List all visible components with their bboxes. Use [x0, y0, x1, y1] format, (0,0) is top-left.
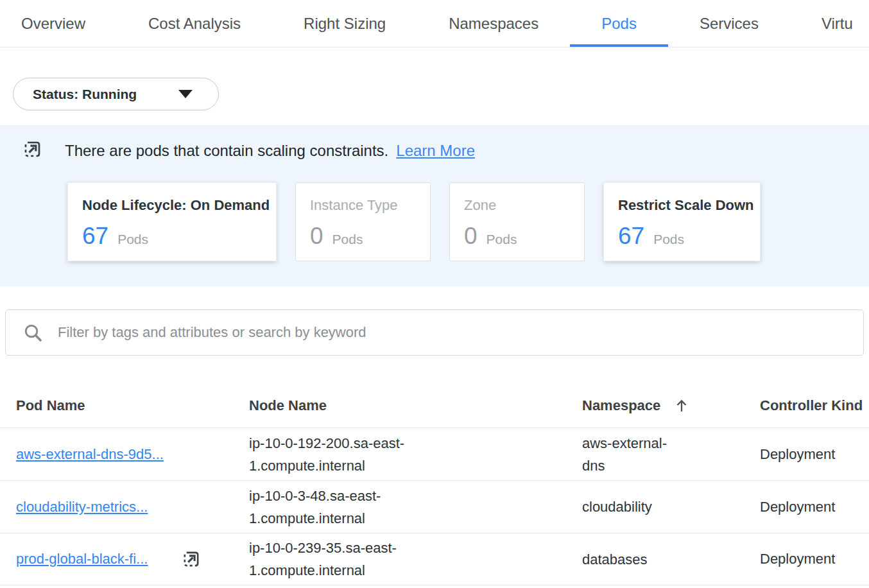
pod-name-link[interactable]: prod-global-black-fi... — [16, 551, 148, 567]
search-input[interactable] — [58, 324, 850, 341]
controller-kind-cell: Deployment — [760, 446, 869, 463]
tab-pods[interactable]: Pods — [570, 0, 668, 47]
card-title: Restrict Scale Down — [618, 197, 746, 214]
tab-virtual[interactable]: Virtu — [790, 0, 869, 47]
controller-kind-cell: Deployment — [760, 551, 869, 567]
scaling-constraints-banner: There are pods that contain scaling cons… — [0, 125, 869, 286]
card-count: 0 — [310, 223, 323, 250]
sort-ascending-icon — [675, 398, 689, 413]
pods-table: Pod Name Node Name Namespace Controller … — [0, 384, 869, 585]
card-title: Zone — [464, 197, 570, 214]
search-box — [5, 309, 864, 356]
card-count: 0 — [464, 223, 478, 250]
node-name-cell: ip-10-0-239-35.sa-east-1.compute.interna… — [249, 537, 424, 582]
card-unit: Pods — [486, 232, 517, 247]
status-filter-dropdown[interactable]: Status: Running — [13, 78, 219, 110]
tab-overview[interactable]: Overview — [0, 0, 117, 47]
card-title: Instance Type — [310, 197, 416, 214]
table-row: aws-external-dns-9d5... ip-10-0-192-200.… — [0, 428, 869, 480]
filter-row: Status: Running — [0, 48, 869, 110]
table-header-row: Pod Name Node Name Namespace Controller … — [0, 384, 869, 428]
pod-name-link[interactable]: cloudability-metrics... — [16, 499, 148, 515]
constraint-cards-row: Node Lifecycle: On Demand 67 Pods Instan… — [67, 182, 869, 261]
column-header-pod-name[interactable]: Pod Name — [16, 397, 249, 414]
column-header-node-name[interactable]: Node Name — [249, 397, 582, 414]
card-zone[interactable]: Zone 0 Pods — [449, 182, 585, 261]
column-header-controller-kind[interactable]: Controller Kind — [760, 397, 869, 414]
card-instance-type[interactable]: Instance Type 0 Pods — [295, 182, 431, 261]
card-unit: Pods — [653, 232, 684, 247]
banner-message-row: There are pods that contain scaling cons… — [0, 139, 869, 162]
tab-services[interactable]: Services — [668, 0, 790, 47]
tab-bar: Overview Cost Analysis Right Sizing Name… — [0, 0, 869, 48]
learn-more-link[interactable]: Learn More — [396, 142, 475, 160]
status-filter-label: Status: Running — [33, 87, 137, 102]
table-row: prod-global-black-fi... ip-10-0-239-35.s… — [0, 533, 869, 585]
column-header-namespace[interactable]: Namespace — [582, 397, 760, 414]
pod-name-link[interactable]: aws-external-dns-9d5... — [16, 446, 164, 463]
tab-right-sizing[interactable]: Right Sizing — [272, 0, 417, 47]
card-restrict-scale-down[interactable]: Restrict Scale Down 67 Pods — [603, 182, 761, 261]
card-node-lifecycle[interactable]: Node Lifecycle: On Demand 67 Pods — [67, 182, 277, 261]
card-unit: Pods — [332, 232, 363, 247]
card-count: 67 — [618, 223, 644, 250]
banner-message: There are pods that contain scaling cons… — [65, 142, 388, 160]
namespace-cell: aws-external-dns — [582, 432, 680, 477]
namespace-cell: cloudability — [582, 496, 680, 518]
table-row: cloudability-metrics... ip-10-0-3-48.sa-… — [0, 480, 869, 533]
card-count: 67 — [82, 223, 108, 250]
controller-kind-cell: Deployment — [760, 499, 869, 515]
search-icon — [23, 323, 43, 343]
tab-cost-analysis[interactable]: Cost Analysis — [117, 0, 272, 47]
card-title: Node Lifecycle: On Demand — [82, 197, 262, 214]
scale-external-link-icon — [22, 139, 42, 162]
chevron-down-icon — [178, 90, 193, 98]
namespace-cell: databases — [582, 548, 680, 571]
node-name-cell: ip-10-0-192-200.sa-east-1.compute.intern… — [249, 432, 424, 477]
tab-namespaces[interactable]: Namespaces — [417, 0, 570, 47]
card-unit: Pods — [117, 232, 148, 247]
scale-external-link-icon — [182, 549, 201, 569]
node-name-cell: ip-10-0-3-48.sa-east-1.compute.internal — [249, 485, 424, 530]
